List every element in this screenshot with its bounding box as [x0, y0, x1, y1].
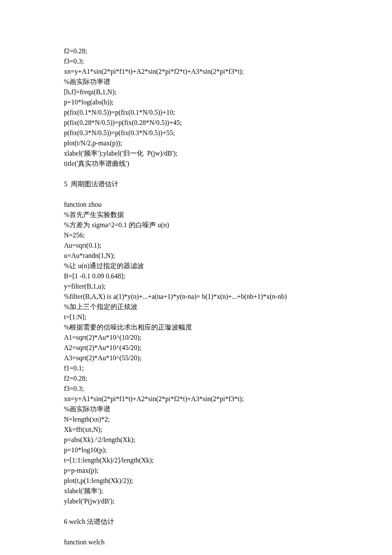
code-line: f1=0.1;: [64, 363, 328, 373]
document-page: f2=0.28; f3=0.3; xn=y+A1*sin(2*pi*f1*t)+…: [0, 0, 392, 555]
code-line: p(fix(0.1*N/0.5))=p(fix(0.1*N/0.5))+10;: [64, 107, 328, 118]
code-line: plot(t,p(1:length(Xk)/2));: [64, 476, 328, 486]
code-line: N=length(xn)*2;: [64, 414, 328, 425]
code-line: %让 u(n)通过指定的器滤波: [64, 261, 328, 271]
section-heading-6: 6 welch 法谱估计: [64, 517, 328, 527]
code-line: %根据需要的信噪比求出相应的正璇波幅度: [64, 322, 328, 332]
code-line: [h,f]=freqz(B,1,N);: [64, 87, 328, 97]
code-line: p=10*log(abs(h));: [64, 97, 328, 107]
code-line: xn=y+A1*sin(2*pi*f1*t)+A2*sin(2*pi*f2*t)…: [64, 66, 328, 77]
code-line: plot(t/N/2,p-max(p));: [64, 138, 328, 148]
code-line: B=[1 -0.1 0.09 0.648];: [64, 271, 328, 281]
code-line: y=filter(B,1,u);: [64, 281, 328, 292]
code-line: p=abs(Xk).^2/length(Xk);: [64, 435, 328, 445]
code-line: p(fix(0.28*N/0.5))=p(fix(0.28*N/0.5))+45…: [64, 118, 328, 128]
code-line: p(fix(0.3*N/0.5))=p(fix(0.3*N/0.5))+55;: [64, 128, 328, 138]
code-line: u=Au*randn(1,N);: [64, 251, 328, 261]
code-line: t=[1:N];: [64, 312, 328, 322]
code-line: %画实际功率谱: [64, 77, 328, 87]
blank-line: [64, 506, 328, 517]
blank-line: [64, 527, 328, 537]
blank-line: [64, 169, 328, 179]
code-line: A1=sqrt(2)*Au*10^(10/20);: [64, 332, 328, 343]
code-line: p=10*log10(p);: [64, 445, 328, 455]
code-line: xn=y+A1*sin(2*pi*f1*t)+A2*sin(2*pi*f2*t)…: [64, 394, 328, 404]
code-line: Au=sqrt(0.1);: [64, 240, 328, 251]
code-line: %首先产生实验数据: [64, 210, 328, 220]
code-line: %加上三个指定的正炫波: [64, 302, 328, 312]
code-line: %方差为 sigma^2=0.1 的白噪声 u(n): [64, 220, 328, 230]
code-line: t=[1:1:length(Xk)/2]/length(Xk);: [64, 455, 328, 465]
code-line: f3=0.3;: [64, 56, 328, 66]
code-line: f2=0.28;: [64, 373, 328, 384]
code-line: %filter(B,A,X) is a(1)*y(n)+...+a(na+1)*…: [64, 292, 328, 302]
code-line: function zhou: [64, 199, 328, 210]
blank-line: [64, 189, 328, 199]
code-line: p=p-max(p);: [64, 465, 328, 476]
code-line: Xk=fft(xn,N);: [64, 425, 328, 435]
code-line: xlabel('频率');: [64, 486, 328, 496]
code-line: %画实际功率谱: [64, 404, 328, 414]
code-line: function welch: [64, 537, 328, 547]
code-line: xlabel('频率');ylabel('归一化 P(jw)/dB');: [64, 148, 328, 159]
section-heading-5: 5 周期图法谱估计: [64, 179, 328, 189]
code-line: f3=0.3;: [64, 384, 328, 394]
code-line: title('真实功率谱曲线'): [64, 159, 328, 169]
code-line: N=256;: [64, 230, 328, 240]
code-line: f2=0.28;: [64, 46, 328, 56]
code-line: A3=sqrt(2)*Au*10^(55/20);: [64, 353, 328, 363]
code-line: A2=sqrt(2)*Au*10^(45/20);: [64, 343, 328, 353]
code-line: ylabel('P(jw)/dB');: [64, 496, 328, 506]
